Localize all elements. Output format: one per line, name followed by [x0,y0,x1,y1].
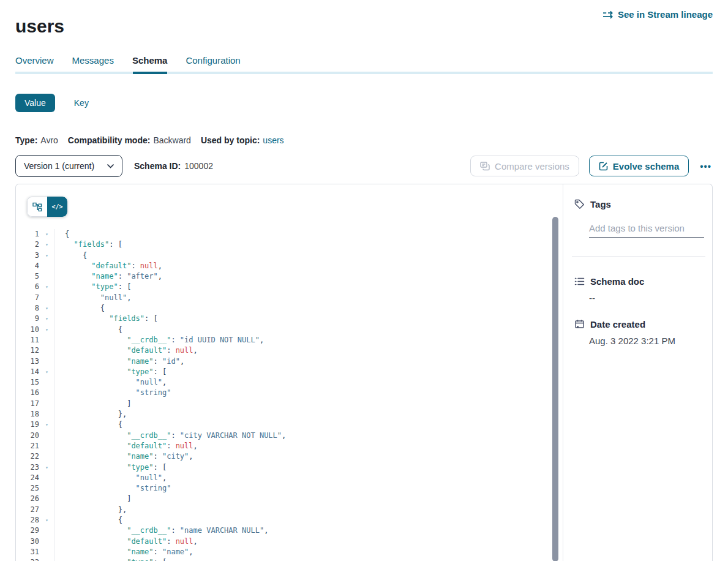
code-text: "name": "city", [54,451,193,462]
fold-caret-placeholder [39,547,54,557]
line-number: 30 [16,537,39,547]
fold-caret-icon[interactable]: ▾ [39,239,54,250]
line-number: 11 [16,335,39,345]
line-number: 1 [16,229,39,239]
tree-view-button[interactable] [27,197,47,217]
fold-caret-icon[interactable]: ▾ [39,557,54,561]
code-line: 25 "string" [16,483,550,494]
fold-caret-icon[interactable]: ▾ [39,367,54,377]
code-line: 3▾ { [16,250,550,261]
compare-versions-button[interactable]: Compare versions [470,156,579,176]
code-text: "name": "name", [54,547,193,557]
code-line: 19▾ { [16,420,550,430]
tab-configuration[interactable]: Configuration [186,55,240,66]
compatibility-value: Backward [153,135,190,145]
schema-id-label: Schema ID: [134,161,181,171]
fold-caret-icon[interactable]: ▾ [39,229,54,239]
line-number: 17 [16,399,39,409]
add-tags-input[interactable]: Add tags to this version [589,223,702,233]
tab-underline-track [15,72,713,74]
see-in-stream-lineage-link[interactable]: See in Stream lineage [602,9,713,20]
fold-caret-placeholder [39,494,54,504]
type-value: Avro [40,135,58,145]
code-line: 4 "default": null, [16,261,550,271]
fold-caret-icon[interactable]: ▾ [39,314,54,324]
tags-input-underline [589,237,704,238]
fold-caret-icon[interactable]: ▾ [39,250,54,261]
code-line: 15 "null", [16,377,550,388]
date-created-value: Aug. 3 2022 3:21 PM [589,336,702,346]
fold-caret-icon[interactable]: ▾ [39,462,54,473]
code-line: 20 "__crdb__": "city VARCHAR NOT NULL", [16,431,550,441]
line-number: 4 [16,261,39,271]
code-view-button[interactable]: </> [47,197,67,217]
evolve-schema-button[interactable]: Evolve schema [589,156,689,176]
code-text: "null", [54,377,167,388]
schema-doc-heading: Schema doc [574,276,702,287]
code-text: "name": "after", [54,271,162,282]
compare-versions-icon [480,162,490,171]
code-text: "type": [ [54,282,131,292]
line-number: 23 [16,462,39,473]
stream-lineage-icon [602,10,614,19]
code-text: "type": [ [54,367,167,377]
type-label: Type: [15,135,37,145]
code-line: 29 "__crdb__": "name VARCHAR NULL", [16,525,550,536]
code-text: "type": [ [54,557,167,561]
code-text: }, [54,505,127,515]
more-options-button[interactable]: ••• [699,161,713,171]
schema-doc-value: -- [589,293,702,303]
line-number: 29 [16,525,39,536]
line-number: 16 [16,388,39,398]
code-line: 7 "null", [16,293,550,303]
fold-caret-placeholder [39,388,54,398]
code-line: 13 "name": "id", [16,356,550,367]
code-text: { [54,515,122,525]
line-number: 25 [16,483,39,494]
lineage-link-label: See in Stream lineage [618,9,713,20]
fold-caret-icon[interactable]: ▾ [39,303,54,314]
value-toggle-button[interactable]: Value [15,94,55,112]
tab-messages[interactable]: Messages [72,55,114,66]
line-number: 24 [16,473,39,483]
code-text: "null", [54,293,131,303]
schema-id-value: 100002 [184,161,213,171]
tab-overview[interactable]: Overview [15,55,54,66]
code-line: 1▾{ [16,229,550,239]
line-number: 13 [16,356,39,367]
line-number: 6 [16,282,39,292]
code-line: 21 "default": null, [16,441,550,451]
code-text: ] [54,399,131,409]
tags-heading-label: Tags [590,199,611,209]
code-line: 24 "null", [16,473,550,483]
code-line: 22 "name": "city", [16,451,550,462]
line-number: 27 [16,505,39,515]
fold-caret-icon[interactable]: ▾ [39,515,54,525]
topic-link[interactable]: users [263,135,283,145]
code-line: 30 "default": null, [16,537,550,547]
line-number: 8 [16,303,39,314]
vertical-scrollbar[interactable] [552,217,558,561]
fold-caret-icon[interactable]: ▾ [39,325,54,335]
fold-caret-placeholder [39,409,54,420]
code-line: 2▾ "fields": [ [16,239,550,250]
page-title: users [15,16,64,37]
code-line: 14▾ "type": [ [16,367,550,377]
fold-caret-placeholder [39,441,54,451]
fold-caret-placeholder [39,399,54,409]
line-number: 3 [16,250,39,261]
fold-caret-icon[interactable]: ▾ [39,282,54,292]
line-number: 31 [16,547,39,557]
fold-caret-placeholder [39,483,54,494]
code-line: 6▾ "type": [ [16,282,550,292]
key-toggle-button[interactable]: Key [70,97,92,108]
code-line: 27 }, [16,505,550,515]
compatibility-label: Compatibility mode: [68,135,151,145]
code-text: { [54,229,69,239]
tab-schema[interactable]: Schema [132,55,168,66]
fold-caret-icon[interactable]: ▾ [39,420,54,430]
evolve-schema-label: Evolve schema [613,161,679,171]
code-text: "default": null, [54,537,198,547]
version-select[interactable]: Version 1 (current) [15,155,122,177]
line-number: 9 [16,314,39,324]
